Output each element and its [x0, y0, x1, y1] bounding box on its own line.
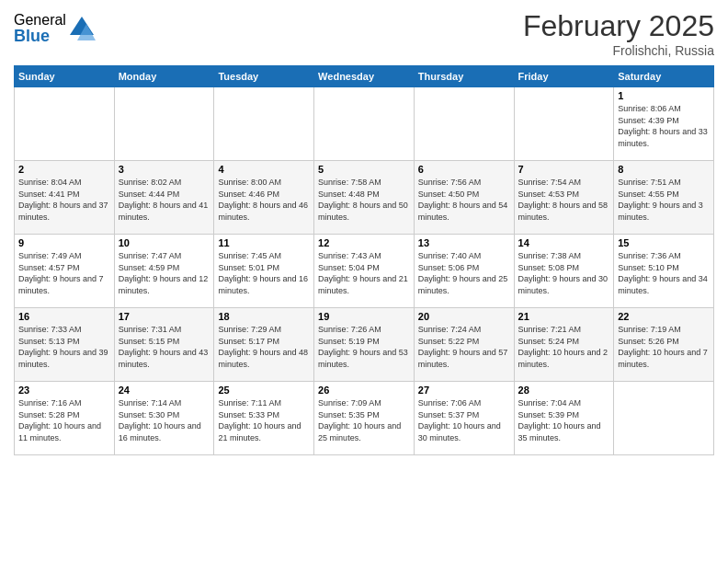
calendar-cell: 13Sunrise: 7:40 AM Sunset: 5:06 PM Dayli… — [414, 235, 514, 308]
day-info: Sunrise: 7:06 AM Sunset: 5:37 PM Dayligh… — [418, 397, 510, 443]
day-info: Sunrise: 7:16 AM Sunset: 5:28 PM Dayligh… — [18, 397, 110, 443]
day-number: 24 — [119, 385, 210, 396]
calendar-week-4: 16Sunrise: 7:33 AM Sunset: 5:13 PM Dayli… — [15, 308, 714, 382]
day-number: 21 — [518, 311, 610, 322]
page-container: General Blue February 2025 Frolishchi, R… — [0, 0, 728, 465]
day-info: Sunrise: 7:43 AM Sunset: 5:04 PM Dayligh… — [318, 250, 410, 296]
calendar-cell: 6Sunrise: 7:56 AM Sunset: 4:50 PM Daylig… — [414, 161, 514, 235]
day-info: Sunrise: 7:36 AM Sunset: 5:10 PM Dayligh… — [618, 250, 710, 296]
day-number: 27 — [418, 385, 510, 396]
day-info: Sunrise: 7:24 AM Sunset: 5:22 PM Dayligh… — [418, 324, 510, 370]
day-info: Sunrise: 7:33 AM Sunset: 5:13 PM Dayligh… — [18, 324, 110, 370]
calendar-header-tuesday: Tuesday — [214, 66, 314, 87]
logo-blue: Blue — [14, 28, 66, 44]
day-number: 2 — [18, 164, 110, 175]
calendar-cell: 3Sunrise: 8:02 AM Sunset: 4:44 PM Daylig… — [114, 161, 214, 235]
logo: General Blue — [14, 13, 96, 44]
calendar-cell: 19Sunrise: 7:26 AM Sunset: 5:19 PM Dayli… — [314, 308, 415, 382]
calendar-header-row: SundayMondayTuesdayWednesdayThursdayFrid… — [15, 66, 714, 87]
day-info: Sunrise: 7:14 AM Sunset: 5:30 PM Dayligh… — [119, 397, 210, 443]
day-number: 28 — [518, 385, 610, 396]
day-number: 5 — [318, 164, 410, 175]
day-info: Sunrise: 7:47 AM Sunset: 4:59 PM Dayligh… — [119, 250, 210, 296]
calendar-cell: 25Sunrise: 7:11 AM Sunset: 5:33 PM Dayli… — [214, 382, 314, 455]
calendar-cell: 23Sunrise: 7:16 AM Sunset: 5:28 PM Dayli… — [15, 382, 115, 455]
calendar-cell: 1Sunrise: 8:06 AM Sunset: 4:39 PM Daylig… — [614, 87, 714, 161]
calendar-cell: 2Sunrise: 8:04 AM Sunset: 4:41 PM Daylig… — [15, 161, 115, 235]
day-info: Sunrise: 8:02 AM Sunset: 4:44 PM Dayligh… — [119, 177, 210, 223]
calendar-header-thursday: Thursday — [414, 66, 514, 87]
day-info: Sunrise: 7:11 AM Sunset: 5:33 PM Dayligh… — [218, 397, 310, 443]
day-number: 8 — [618, 164, 710, 175]
calendar-cell — [614, 382, 714, 455]
day-info: Sunrise: 7:19 AM Sunset: 5:26 PM Dayligh… — [618, 324, 710, 370]
calendar-header-friday: Friday — [514, 66, 614, 87]
day-number: 20 — [418, 311, 510, 322]
calendar-cell: 18Sunrise: 7:29 AM Sunset: 5:17 PM Dayli… — [214, 308, 314, 382]
day-number: 17 — [119, 311, 210, 322]
calendar-cell: 26Sunrise: 7:09 AM Sunset: 5:35 PM Dayli… — [314, 382, 415, 455]
day-number: 25 — [218, 385, 310, 396]
day-number: 3 — [119, 164, 210, 175]
day-info: Sunrise: 8:04 AM Sunset: 4:41 PM Dayligh… — [18, 177, 110, 223]
day-number: 22 — [618, 311, 710, 322]
calendar-cell: 20Sunrise: 7:24 AM Sunset: 5:22 PM Dayli… — [414, 308, 514, 382]
day-info: Sunrise: 7:26 AM Sunset: 5:19 PM Dayligh… — [318, 324, 410, 370]
calendar-cell — [514, 87, 614, 161]
day-info: Sunrise: 7:54 AM Sunset: 4:53 PM Dayligh… — [518, 177, 610, 223]
day-info: Sunrise: 7:21 AM Sunset: 5:24 PM Dayligh… — [518, 324, 610, 370]
day-number: 11 — [218, 237, 310, 248]
calendar-cell: 14Sunrise: 7:38 AM Sunset: 5:08 PM Dayli… — [514, 235, 614, 308]
calendar-cell: 4Sunrise: 8:00 AM Sunset: 4:46 PM Daylig… — [214, 161, 314, 235]
calendar-cell: 17Sunrise: 7:31 AM Sunset: 5:15 PM Dayli… — [114, 308, 214, 382]
day-info: Sunrise: 7:51 AM Sunset: 4:55 PM Dayligh… — [618, 177, 710, 223]
location: Frolishchi, Russia — [523, 43, 714, 58]
calendar-cell: 21Sunrise: 7:21 AM Sunset: 5:24 PM Dayli… — [514, 308, 614, 382]
day-info: Sunrise: 7:04 AM Sunset: 5:39 PM Dayligh… — [518, 397, 610, 443]
calendar-cell — [15, 87, 115, 161]
day-number: 1 — [618, 90, 710, 101]
calendar-cell: 28Sunrise: 7:04 AM Sunset: 5:39 PM Dayli… — [514, 382, 614, 455]
calendar-week-2: 2Sunrise: 8:04 AM Sunset: 4:41 PM Daylig… — [15, 161, 714, 235]
calendar-cell: 7Sunrise: 7:54 AM Sunset: 4:53 PM Daylig… — [514, 161, 614, 235]
day-info: Sunrise: 7:09 AM Sunset: 5:35 PM Dayligh… — [318, 397, 410, 443]
calendar-week-5: 23Sunrise: 7:16 AM Sunset: 5:28 PM Dayli… — [15, 382, 714, 455]
calendar-cell: 24Sunrise: 7:14 AM Sunset: 5:30 PM Dayli… — [114, 382, 214, 455]
calendar-header-sunday: Sunday — [15, 66, 115, 87]
calendar-cell: 12Sunrise: 7:43 AM Sunset: 5:04 PM Dayli… — [314, 235, 415, 308]
calendar-cell: 22Sunrise: 7:19 AM Sunset: 5:26 PM Dayli… — [614, 308, 714, 382]
calendar-table: SundayMondayTuesdayWednesdayThursdayFrid… — [14, 65, 714, 455]
day-number: 14 — [518, 237, 610, 248]
day-number: 12 — [318, 237, 410, 248]
day-info: Sunrise: 7:31 AM Sunset: 5:15 PM Dayligh… — [119, 324, 210, 370]
day-info: Sunrise: 7:29 AM Sunset: 5:17 PM Dayligh… — [218, 324, 310, 370]
calendar-cell: 5Sunrise: 7:58 AM Sunset: 4:48 PM Daylig… — [314, 161, 415, 235]
calendar-cell: 9Sunrise: 7:49 AM Sunset: 4:57 PM Daylig… — [15, 235, 115, 308]
day-number: 6 — [418, 164, 510, 175]
day-number: 15 — [618, 237, 710, 248]
day-number: 4 — [218, 164, 310, 175]
day-number: 18 — [218, 311, 310, 322]
calendar-cell — [214, 87, 314, 161]
calendar-cell — [314, 87, 415, 161]
calendar-cell: 10Sunrise: 7:47 AM Sunset: 4:59 PM Dayli… — [114, 235, 214, 308]
calendar-header-saturday: Saturday — [614, 66, 714, 87]
day-number: 16 — [18, 311, 110, 322]
calendar-cell: 27Sunrise: 7:06 AM Sunset: 5:37 PM Dayli… — [414, 382, 514, 455]
logo-general: General — [14, 13, 66, 28]
day-info: Sunrise: 7:40 AM Sunset: 5:06 PM Dayligh… — [418, 250, 510, 296]
logo-text: General Blue — [14, 13, 66, 44]
day-number: 19 — [318, 311, 410, 322]
day-info: Sunrise: 7:56 AM Sunset: 4:50 PM Dayligh… — [418, 177, 510, 223]
page-header: General Blue February 2025 Frolishchi, R… — [14, 9, 714, 58]
day-number: 9 — [18, 237, 110, 248]
day-number: 13 — [418, 237, 510, 248]
day-number: 23 — [18, 385, 110, 396]
calendar-cell: 16Sunrise: 7:33 AM Sunset: 5:13 PM Dayli… — [15, 308, 115, 382]
day-info: Sunrise: 8:00 AM Sunset: 4:46 PM Dayligh… — [218, 177, 310, 223]
calendar-week-1: 1Sunrise: 8:06 AM Sunset: 4:39 PM Daylig… — [15, 87, 714, 161]
day-info: Sunrise: 7:58 AM Sunset: 4:48 PM Dayligh… — [318, 177, 410, 223]
day-number: 10 — [119, 237, 210, 248]
calendar-header-monday: Monday — [114, 66, 214, 87]
calendar-cell: 15Sunrise: 7:36 AM Sunset: 5:10 PM Dayli… — [614, 235, 714, 308]
